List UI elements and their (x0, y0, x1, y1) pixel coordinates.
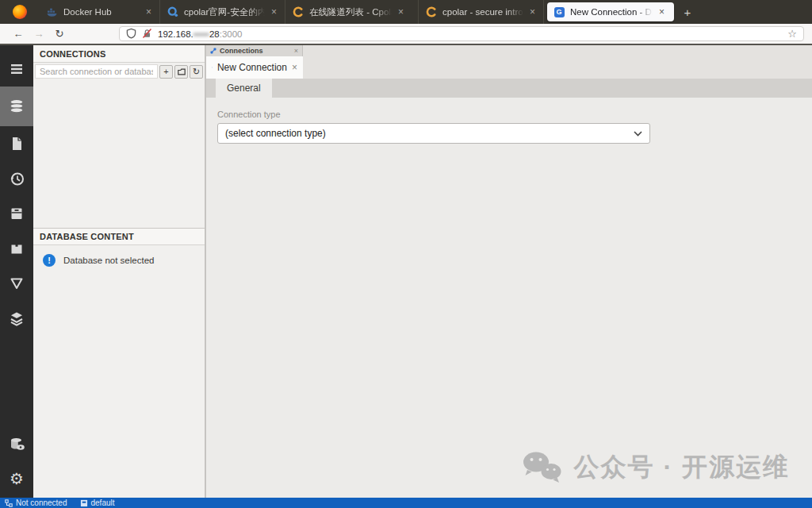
info-icon: ! (43, 254, 56, 267)
tab-title: New Connection - DbGat (570, 7, 653, 17)
browser-tab-cpolar-site[interactable]: cpolar官网-安全的内网穿 × (160, 0, 285, 24)
insecure-lock-icon[interactable] (142, 28, 152, 40)
tab-close-icon[interactable]: × (270, 6, 278, 17)
tab-title: Docker Hub (63, 7, 140, 17)
browser-tab-cpolar-secure[interactable]: cpolar - secure introspec × (419, 0, 544, 24)
document-tab-label: New Connection (217, 62, 287, 73)
browser-tab-dbgate-active[interactable]: G New Connection - DbGat × (547, 2, 674, 21)
form-tab-strip: General (206, 79, 812, 98)
url-masked-segment: ••••• (193, 29, 209, 39)
dbgate-icon: G (553, 6, 565, 17)
tab-close-icon[interactable]: × (145, 6, 152, 17)
connection-form: Connection type (select connection type) (206, 98, 812, 498)
tab-title: 在线隧道列表 - Cpolar (309, 6, 392, 18)
connection-type-label: Connection type (217, 110, 812, 119)
connection-type-value: (select connection type) (225, 128, 634, 139)
browser-titlebar: Docker Hub × cpolar官网-安全的内网穿 × 在线隧道列表 - … (0, 0, 812, 24)
connections-panel-header: CONNECTIONS (33, 45, 205, 63)
firefox-logo-wrap (0, 0, 40, 24)
wechat-icon (520, 450, 563, 485)
connections-panel-title: CONNECTIONS (40, 49, 105, 59)
database-content-panel-title: DATABASE CONTENT (40, 232, 134, 241)
tab-group-row: Connections × (206, 45, 812, 56)
firefox-icon (13, 5, 27, 19)
history-icon[interactable] (0, 161, 33, 196)
tab-close-icon[interactable]: × (658, 6, 665, 17)
tab-close-icon[interactable]: × (397, 6, 404, 17)
tab-title: cpolar官网-安全的内网穿 (184, 6, 265, 18)
browser-tab-docker-hub[interactable]: Docker Hub × (40, 0, 160, 24)
tab-group-connections[interactable]: Connections × (206, 45, 303, 56)
watermark-text: 公众号 · 开源运维 (574, 450, 790, 485)
plugins-icon[interactable] (0, 231, 33, 266)
database-status-icon (80, 499, 88, 507)
connection-type-select[interactable]: (select connection type) (217, 123, 650, 144)
database-not-selected-message: Database not selected (63, 256, 154, 265)
tab-group-label: Connections (220, 47, 291, 55)
new-tab-button[interactable]: + (677, 0, 698, 24)
docker-icon (47, 6, 58, 17)
chevron-down-icon (634, 131, 642, 137)
browser-toolbar: ← → ↻ 192.168.•••••28:3000 ☆ (0, 24, 812, 45)
connection-search-input[interactable] (35, 64, 158, 79)
database-content-body: ! Database not selected (33, 245, 205, 498)
new-folder-button[interactable] (174, 65, 188, 79)
watermark: 公众号 · 开源运维 (520, 450, 790, 485)
connection-icon (210, 48, 216, 54)
query-icon[interactable] (0, 266, 33, 301)
left-panel: CONNECTIONS + ↻ DATABASE CONTENT ! Datab… (33, 45, 205, 498)
url-bar[interactable]: 192.168.•••••28:3000 ☆ (119, 26, 804, 41)
app-icon-rail: ⚙ (0, 45, 33, 498)
reload-button[interactable]: ↻ (49, 28, 70, 40)
rail-bottom-group: ⚙ (0, 426, 33, 498)
back-button[interactable]: ← (8, 28, 29, 40)
connection-status: Not connected (5, 498, 67, 508)
shield-icon[interactable] (126, 28, 136, 40)
tab-title: cpolar - secure introspec (442, 7, 523, 17)
settings-gear-icon[interactable]: ⚙ (0, 461, 33, 496)
document-tab-row: New Connection × (206, 56, 812, 79)
layers-icon[interactable] (0, 301, 33, 336)
browser-tab-tunnel-list[interactable]: 在线隧道列表 - Cpolar × (285, 0, 419, 24)
dbgate-app: ⚙ CONNECTIONS + ↻ DATABASE CONTENT ! Dat… (0, 45, 812, 498)
connection-status-text: Not connected (16, 498, 67, 508)
connection-icon (212, 63, 213, 72)
connection-status-icon (5, 499, 13, 507)
connections-list-empty[interactable] (33, 80, 205, 228)
url-text: 192.168.•••••28:3000 (158, 29, 242, 39)
database-content-panel-header: DATABASE CONTENT (33, 228, 205, 245)
status-bar: Not connected default (0, 498, 812, 508)
main-area: Connections × New Connection × General C… (206, 45, 812, 498)
add-connection-button[interactable]: + (159, 65, 173, 79)
archive-icon[interactable] (0, 196, 33, 231)
document-tab-close-icon[interactable]: × (292, 62, 297, 73)
browser-tabs: Docker Hub × cpolar官网-安全的内网穿 × 在线隧道列表 - … (40, 0, 698, 24)
file-icon[interactable] (0, 126, 33, 161)
cpolar-blue-icon (167, 6, 178, 17)
menu-icon[interactable] (0, 52, 33, 87)
cpolar-c-icon (426, 6, 437, 17)
bookmark-star-icon[interactable]: ☆ (787, 28, 797, 40)
document-tab-new-connection[interactable]: New Connection × (206, 56, 303, 79)
cpolar-c-icon (293, 6, 304, 17)
database-indicator: default (80, 498, 115, 508)
hidden-databases-icon[interactable] (0, 426, 33, 461)
database-not-selected-row: ! Database not selected (33, 245, 205, 275)
tab-general[interactable]: General (216, 79, 272, 98)
tab-close-icon[interactable]: × (529, 6, 536, 17)
connections-search-row: + ↻ (33, 63, 205, 80)
database-indicator-text: default (91, 498, 115, 508)
refresh-connections-button[interactable]: ↻ (190, 65, 203, 79)
database-icon[interactable] (0, 87, 33, 126)
forward-button: → (29, 28, 49, 40)
tab-group-close-icon[interactable]: × (294, 47, 298, 55)
